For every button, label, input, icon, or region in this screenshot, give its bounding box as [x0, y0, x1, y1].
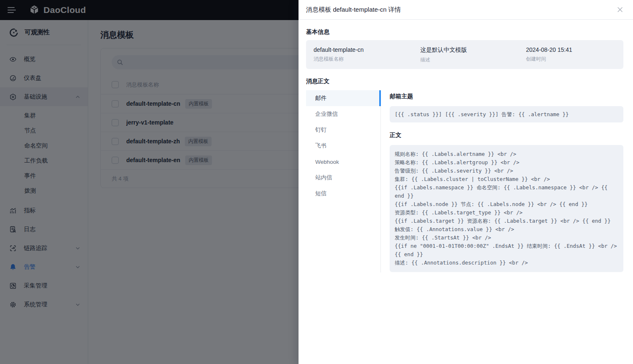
content-heading: 正文 — [390, 132, 623, 139]
tab-label: 站内信 — [315, 174, 332, 181]
tab-wecom[interactable]: 企业微信 — [306, 106, 380, 122]
tab-dingtalk[interactable]: 钉钉 — [306, 122, 380, 138]
subject-template-block: [{{ .status }}] [{{ .severity }}] 告警: {{… — [390, 106, 623, 122]
info-field: 2024-08-20 15:41 创建时间 — [526, 46, 616, 64]
template-line: 发生时间: {{ .StartsAt }} <br /> — [395, 234, 618, 242]
tab-sms[interactable]: 短信 — [306, 186, 380, 201]
tab-sitemessage[interactable]: 站内信 — [306, 170, 380, 186]
detail-drawer: 消息模板 default-template-cn 详情 基本信息 default… — [299, 0, 633, 364]
channel-tabs: 邮件 企业微信 钉钉 飞书 Webhook 站内信 短信 — [306, 90, 381, 272]
tab-label: 钉钉 — [315, 126, 327, 134]
field-label: 描述 — [420, 56, 526, 64]
tab-label: 邮件 — [315, 94, 327, 102]
template-line: {{if .Labels.target }} 资源名称: {{ .Labels.… — [395, 217, 618, 225]
tab-email[interactable]: 邮件 — [306, 90, 380, 106]
template-line: 规则名称: {{ .Labels.alertname }} <br /> — [395, 150, 618, 158]
tab-label: 短信 — [315, 190, 327, 197]
template-line: 资源类型: {{ .Labels.target_type }} <br /> — [395, 209, 618, 217]
template-line: {{if .Labels.namespace }} 命名空间: {{ .Labe… — [395, 183, 618, 200]
field-label: 消息模板名称 — [314, 56, 420, 63]
field-label: 创建时间 — [526, 56, 616, 63]
field-value: 这是默认中文模版 — [420, 46, 526, 54]
email-template-panel: 邮箱主题 [{{ .status }}] [{{ .severity }}] 告… — [381, 90, 623, 272]
basic-info-card: default-template-cn 消息模板名称 这是默认中文模版 描述 2… — [306, 40, 623, 69]
tab-label: 飞书 — [315, 142, 327, 150]
template-line: 描述: {{ .Annotations.description }} <br /… — [395, 259, 618, 267]
drawer-title: 消息模板 default-template-cn 详情 — [306, 6, 401, 14]
tab-label: 企业微信 — [315, 110, 338, 118]
template-line: 告警级别: {{ .Labels.severity }} <br /> — [395, 167, 618, 175]
info-field: 这是默认中文模版 描述 — [420, 46, 526, 64]
body-template-block: 规则名称: {{ .Labels.alertname }} <br /> 策略名… — [390, 145, 623, 272]
close-icon — [617, 7, 623, 13]
tab-feishu[interactable]: 飞书 — [306, 138, 380, 154]
template-line: 触发值: {{ .Annotations.value }} <br /> — [395, 225, 618, 234]
field-value: 2024-08-20 15:41 — [526, 46, 616, 53]
field-value: default-template-cn — [314, 46, 420, 53]
template-line: {{if ne "0001-01-01T00:00:00Z" .EndsAt }… — [395, 242, 618, 259]
message-body-heading: 消息正文 — [306, 78, 623, 85]
template-line: {{if .Labels.node }} 节点: {{ .Labels.node… — [395, 200, 618, 209]
tab-webhook[interactable]: Webhook — [306, 154, 380, 170]
active-tab-indicator — [379, 90, 381, 106]
basic-info-heading: 基本信息 — [306, 28, 623, 36]
drawer-header: 消息模板 default-template-cn 详情 — [299, 0, 633, 20]
close-button[interactable] — [617, 7, 623, 13]
subject-heading: 邮箱主题 — [390, 93, 623, 100]
tab-label: Webhook — [315, 159, 339, 165]
template-line: 策略名称: {{ .Labels.alertgroup }} <br /> — [395, 158, 618, 167]
info-field: default-template-cn 消息模板名称 — [314, 46, 420, 64]
template-line: 集群: {{ .Labels.cluster | toClusterName }… — [395, 175, 618, 183]
drawer-body: 基本信息 default-template-cn 消息模板名称 这是默认中文模版… — [299, 28, 633, 272]
template-line: [{{ .status }}] [{{ .severity }}] 告警: {{… — [395, 110, 618, 118]
message-body-layout: 邮件 企业微信 钉钉 飞书 Webhook 站内信 短信 邮箱主题 [{{ .s… — [306, 90, 623, 272]
